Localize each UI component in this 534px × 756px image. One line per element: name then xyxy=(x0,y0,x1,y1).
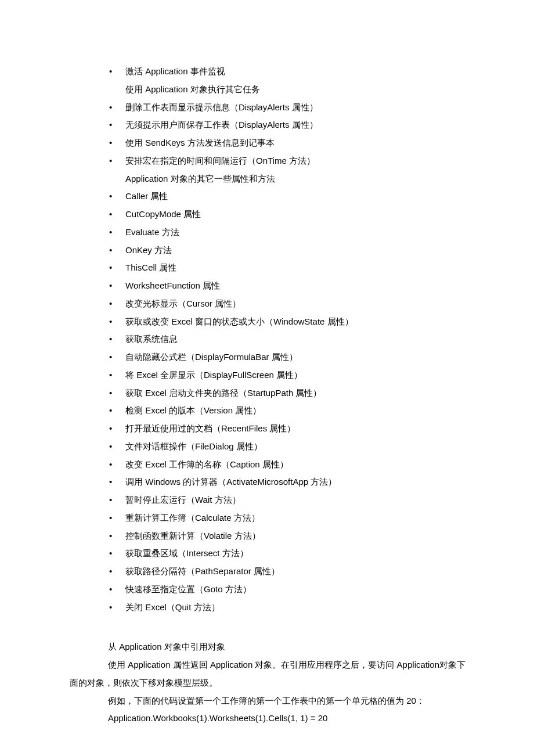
list-item-text: 自动隐藏公式栏（DisplayFormulaBar 属性） xyxy=(125,352,298,362)
bullet-icon: • xyxy=(109,116,112,134)
list-item-text: ThisCell 属性 xyxy=(125,262,176,272)
bullet-icon: • xyxy=(109,313,112,331)
list-item: •关闭 Excel（Quit 方法） xyxy=(109,599,466,617)
paragraph-heading: 从 Application 对象中引用对象 xyxy=(70,638,466,656)
bullet-icon: • xyxy=(109,384,112,402)
list-item-text: Caller 属性 xyxy=(125,191,168,201)
list-item: •重新计算工作簿（Calculate 方法） xyxy=(109,509,466,527)
bullet-icon: • xyxy=(109,152,112,170)
list-item-subtext: 使用 Application 对象执行其它任务 xyxy=(125,81,466,99)
list-item-text: 无须提示用户而保存工作表（DisplayAlerts 属性） xyxy=(125,120,318,129)
bullet-icon: • xyxy=(109,348,112,366)
list-item-text: 使用 SendKeys 方法发送信息到记事本 xyxy=(125,138,275,147)
list-item: •调用 Windows 的计算器（ActivateMicrosoftApp 方法… xyxy=(109,473,466,491)
bullet-icon: • xyxy=(109,277,112,295)
list-item: •打开最近使用过的文档（RecentFiles 属性） xyxy=(109,420,466,438)
list-item: •文件对话框操作（FileDialog 属性） xyxy=(109,438,466,456)
list-item-text: 激活 Application 事件监视 xyxy=(125,66,225,76)
list-item-subtext: Application 对象的其它一些属性和方法 xyxy=(125,170,466,188)
bullet-icon: • xyxy=(109,242,112,260)
bullet-icon: • xyxy=(109,134,112,152)
list-item-text: 改变 Excel 工作簿的名称（Caption 属性） xyxy=(125,459,288,469)
list-item: •OnKey 方法 xyxy=(109,242,466,260)
list-item-text: 检测 Excel 的版本（Version 属性） xyxy=(125,405,261,415)
list-item: •删除工作表而显示提示信息（DisplayAlerts 属性） xyxy=(109,99,466,117)
list-item-text: 安排宏在指定的时间和间隔运行（OnTime 方法） xyxy=(125,156,315,165)
list-item-text: 控制函数重新计算（Volatile 方法） xyxy=(125,531,261,541)
bullet-icon: • xyxy=(109,188,112,206)
list-item: •ThisCell 属性 xyxy=(109,259,466,277)
list-item: •Caller 属性 xyxy=(109,188,466,206)
bullet-icon: • xyxy=(109,63,112,81)
bullet-icon: • xyxy=(109,330,112,348)
bullet-icon: • xyxy=(109,402,112,420)
list-item: •无须提示用户而保存工作表（DisplayAlerts 属性） xyxy=(109,116,466,134)
bullet-icon: • xyxy=(109,473,112,491)
list-item-text: CutCopyMode 属性 xyxy=(125,209,201,219)
bullet-icon: • xyxy=(109,438,112,456)
list-item-text: 重新计算工作簿（Calculate 方法） xyxy=(125,513,260,523)
list-item: •自动隐藏公式栏（DisplayFormulaBar 属性） xyxy=(109,348,466,366)
bullet-icon: • xyxy=(109,581,112,599)
list-item: •激活 Application 事件监视使用 Application 对象执行其… xyxy=(109,63,466,99)
list-item: •安排宏在指定的时间和间隔运行（OnTime 方法）Application 对象… xyxy=(109,152,466,188)
list-item-text: 调用 Windows 的计算器（ActivateMicrosoftApp 方法） xyxy=(125,477,337,487)
bullet-icon: • xyxy=(109,99,112,117)
list-item: •将 Excel 全屏显示（DisplayFullScreen 属性） xyxy=(109,366,466,384)
bullet-icon: • xyxy=(109,295,112,313)
list-item-text: 打开最近使用过的文档（RecentFiles 属性） xyxy=(125,423,295,433)
list-item-text: Evaluate 方法 xyxy=(125,227,179,237)
list-item: •获取路径分隔符（PathSeparator 属性） xyxy=(109,563,466,581)
list-item-text: 关闭 Excel（Quit 方法） xyxy=(125,602,220,612)
list-item: •改变光标显示（Cursor 属性） xyxy=(109,295,466,313)
bullet-icon: • xyxy=(109,545,112,563)
list-item-text: 获取或改变 Excel 窗口的状态或大小（WindowState 属性） xyxy=(125,316,353,326)
list-item-text: 获取路径分隔符（PathSeparator 属性） xyxy=(125,566,280,576)
list-item: •获取系统信息 xyxy=(109,330,466,348)
bullet-list: •激活 Application 事件监视使用 Application 对象执行其… xyxy=(70,63,466,616)
list-item-text: 获取系统信息 xyxy=(125,334,178,344)
bullet-icon: • xyxy=(109,366,112,384)
list-item-text: WorksheetFunction 属性 xyxy=(125,280,220,290)
list-item-text: 删除工作表而显示提示信息（DisplayAlerts 属性） xyxy=(125,102,318,112)
bullet-icon: • xyxy=(109,224,112,242)
list-item: •快速移至指定位置（Goto 方法） xyxy=(109,581,466,599)
list-item: •使用 SendKeys 方法发送信息到记事本 xyxy=(109,134,466,152)
paragraph-body: 使用 Application 属性返回 Application 对象。在引用应用… xyxy=(70,656,466,692)
list-item-text: 获取重叠区域（Intersect 方法） xyxy=(125,548,248,558)
list-item: •暂时停止宏运行（Wait 方法） xyxy=(109,491,466,509)
list-item-text: 文件对话框操作（FileDialog 属性） xyxy=(125,441,262,451)
bullet-icon: • xyxy=(109,491,112,509)
bullet-icon: • xyxy=(109,509,112,527)
list-item: •WorksheetFunction 属性 xyxy=(109,277,466,295)
list-item: •获取重叠区域（Intersect 方法） xyxy=(109,545,466,563)
paragraph-code: Application.Workbooks(1).Worksheets(1).C… xyxy=(70,710,466,728)
paragraph-example-intro: 例如，下面的代码设置第一个工作簿的第一个工作表中的第一个单元格的值为 20： xyxy=(70,692,466,710)
bullet-icon: • xyxy=(109,259,112,277)
list-item: •Evaluate 方法 xyxy=(109,224,466,242)
bullet-icon: • xyxy=(109,599,112,617)
bullet-icon: • xyxy=(109,456,112,474)
bullet-icon: • xyxy=(109,206,112,224)
list-item-text: OnKey 方法 xyxy=(125,245,172,255)
list-item-text: 获取 Excel 启动文件夹的路径（StartupPath 属性） xyxy=(125,388,322,398)
list-item-text: 将 Excel 全屏显示（DisplayFullScreen 属性） xyxy=(125,370,302,380)
list-item-text: 暂时停止宏运行（Wait 方法） xyxy=(125,495,241,505)
bullet-icon: • xyxy=(109,420,112,438)
paragraph-block: 从 Application 对象中引用对象 使用 Application 属性返… xyxy=(70,638,466,728)
document-page: •激活 Application 事件监视使用 Application 对象执行其… xyxy=(0,0,534,756)
list-item-text: 改变光标显示（Cursor 属性） xyxy=(125,298,241,308)
list-item: •获取或改变 Excel 窗口的状态或大小（WindowState 属性） xyxy=(109,313,466,331)
bullet-icon: • xyxy=(109,527,112,545)
bullet-icon: • xyxy=(109,563,112,581)
list-item-text: 快速移至指定位置（Goto 方法） xyxy=(125,584,251,594)
list-item: •改变 Excel 工作簿的名称（Caption 属性） xyxy=(109,456,466,474)
list-item: •获取 Excel 启动文件夹的路径（StartupPath 属性） xyxy=(109,384,466,402)
list-item: •检测 Excel 的版本（Version 属性） xyxy=(109,402,466,420)
list-item: •控制函数重新计算（Volatile 方法） xyxy=(109,527,466,545)
list-item: •CutCopyMode 属性 xyxy=(109,206,466,224)
